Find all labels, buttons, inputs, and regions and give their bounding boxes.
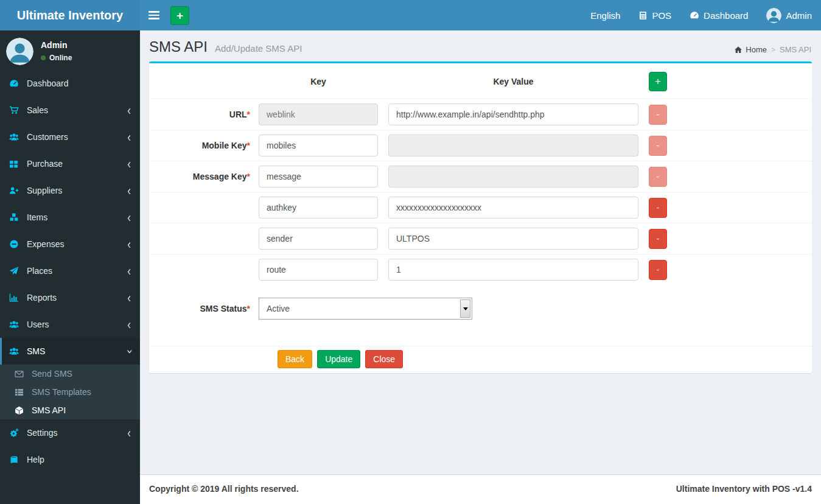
- dashboard-link[interactable]: Dashboard: [680, 0, 757, 30]
- sidebar-item-sms-templates[interactable]: SMS Templates: [0, 383, 140, 401]
- user-name: Admin: [41, 40, 72, 50]
- form-footer: Back Update Close: [149, 346, 812, 373]
- sidebar-item-label: Help: [27, 455, 44, 464]
- mobile-key-label: Mobile Key: [202, 141, 247, 150]
- sidebar-item-expenses[interactable]: Expenses ‹: [0, 231, 140, 257]
- sidebar-item-users[interactable]: Users ‹: [0, 311, 140, 338]
- sidebar-item-label: Places: [27, 266, 52, 276]
- sidebar-item-label: Reports: [27, 293, 57, 303]
- select-dropdown-arrow-icon[interactable]: [460, 299, 470, 318]
- calculator-icon: [638, 11, 648, 20]
- sidebar-item-sales[interactable]: Sales ‹: [0, 97, 140, 124]
- page-title: SMS API: [149, 38, 208, 55]
- remove-row-button: -: [649, 105, 667, 125]
- key-value-column-header: Key Value: [388, 77, 638, 86]
- brand-logo[interactable]: Ultimate Inventory: [0, 0, 140, 30]
- remove-row-button: -: [649, 136, 667, 156]
- sms-status-label: SMS Status: [200, 304, 247, 313]
- sidebar-item-reports[interactable]: Reports ‹: [0, 284, 140, 311]
- cart-icon: [9, 105, 21, 115]
- sms-api-form-box: Key Key Value + URL* - Mobile Key* -: [149, 61, 812, 373]
- update-button[interactable]: Update: [317, 350, 360, 368]
- user-menu[interactable]: Admin: [757, 0, 821, 30]
- sidebar-item-sms[interactable]: SMS ‹: [0, 338, 140, 365]
- add-row-button[interactable]: +: [649, 72, 667, 91]
- close-button[interactable]: Close: [365, 350, 403, 368]
- form-row-url: URL* -: [149, 99, 812, 130]
- sidebar-item-suppliers[interactable]: Suppliers ‹: [0, 177, 140, 204]
- sidebar-menu: Dashboard Sales ‹ Customers ‹ Purchase ‹…: [0, 70, 140, 473]
- authkey-key-input[interactable]: [259, 197, 378, 219]
- language-label: English: [590, 10, 620, 21]
- sidebar-toggle-icon[interactable]: [140, 0, 168, 30]
- message-key-input[interactable]: [259, 166, 378, 187]
- sender-key-input[interactable]: [259, 228, 378, 250]
- book-icon: [9, 455, 21, 464]
- sender-value-input[interactable]: [388, 228, 638, 250]
- url-value-input[interactable]: [388, 103, 638, 125]
- chevron-left-icon: ‹: [127, 103, 131, 117]
- content-wrapper: SMS API Add/Update SMS API Home > SMS AP…: [140, 30, 821, 474]
- tachometer-icon: [9, 79, 21, 88]
- remove-row-button[interactable]: -: [649, 260, 667, 280]
- form-row-authkey: -: [149, 192, 812, 223]
- required-mark: *: [247, 141, 250, 150]
- gears-icon: [9, 428, 21, 438]
- sidebar-item-settings[interactable]: Settings ‹: [0, 419, 140, 446]
- remove-row-button[interactable]: -: [649, 229, 667, 249]
- sidebar-item-label: Customers: [27, 132, 68, 142]
- breadcrumb-home-link[interactable]: Home: [734, 45, 767, 54]
- sidebar-item-send-sms[interactable]: Send SMS: [0, 365, 140, 383]
- back-button[interactable]: Back: [278, 350, 312, 368]
- user-status[interactable]: Online: [41, 54, 72, 62]
- main-footer: Copyright © 2019 All rights reserved. Ul…: [140, 474, 821, 504]
- minus-circle-icon: [9, 239, 21, 249]
- chevron-left-icon: ‹: [127, 291, 131, 304]
- envelope-icon: [15, 369, 27, 379]
- chevron-left-icon: ‹: [127, 184, 131, 197]
- sidebar-item-items[interactable]: Items ‹: [0, 204, 140, 231]
- sidebar-item-sms-api[interactable]: SMS API: [0, 401, 140, 419]
- message-key-label: Message Key: [193, 172, 247, 181]
- route-value-input[interactable]: [388, 259, 638, 281]
- authkey-value-input[interactable]: [388, 197, 638, 219]
- remove-row-button[interactable]: -: [649, 198, 667, 218]
- version-text: Ultimate Inventory with POS -v1.4: [676, 484, 812, 495]
- sidebar-item-label: Purchase: [27, 159, 63, 169]
- sidebar-item-purchase[interactable]: Purchase ‹: [0, 150, 140, 177]
- chevron-left-icon: ‹: [127, 237, 131, 251]
- pos-link[interactable]: POS: [629, 0, 680, 30]
- dashboard-label: Dashboard: [704, 10, 748, 21]
- submenu-item-label: SMS Templates: [32, 387, 91, 397]
- form-row-route: -: [149, 254, 812, 285]
- sms-status-value: Active: [267, 304, 290, 313]
- users-icon: [9, 320, 21, 329]
- pos-label: POS: [652, 10, 671, 21]
- chevron-left-icon: ‹: [127, 264, 131, 278]
- route-key-input[interactable]: [259, 259, 378, 281]
- sidebar-item-places[interactable]: Places ‹: [0, 257, 140, 284]
- sms-status-select[interactable]: Active: [259, 298, 472, 320]
- chevron-left-icon: ‹: [127, 318, 131, 331]
- language-menu[interactable]: English: [581, 0, 629, 30]
- form-row-sender: -: [149, 223, 812, 254]
- online-dot-icon: [41, 55, 46, 60]
- users-icon: [9, 132, 21, 142]
- sidebar-item-label: Sales: [27, 105, 48, 115]
- sidebar-item-label: Settings: [27, 428, 58, 438]
- form-header-row: Key Key Value +: [149, 63, 812, 99]
- sms-submenu: Send SMS SMS Templates SMS API: [0, 365, 140, 419]
- mobile-key-input[interactable]: [259, 135, 378, 156]
- user-plus-icon: [9, 186, 21, 195]
- sidebar-item-dashboard[interactable]: Dashboard: [0, 70, 140, 97]
- chevron-left-icon: ‹: [127, 130, 131, 144]
- sidebar-item-help[interactable]: Help: [0, 446, 140, 473]
- user-panel: Admin Online: [0, 30, 140, 70]
- sidebar-item-customers[interactable]: Customers ‹: [0, 124, 140, 150]
- sidebar-item-label: Users: [27, 320, 49, 329]
- avatar[interactable]: [6, 38, 33, 65]
- th-list-icon: [15, 388, 27, 397]
- quick-add-button[interactable]: +: [170, 6, 189, 25]
- breadcrumb-current: SMS API: [780, 45, 811, 54]
- form-row-message-key: Message Key* -: [149, 161, 812, 192]
